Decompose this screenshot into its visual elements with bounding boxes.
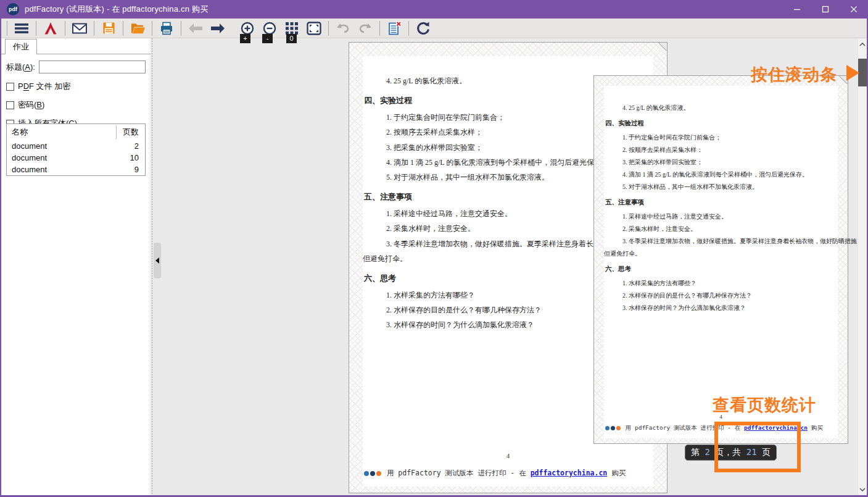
undo-icon xyxy=(336,22,350,35)
column-name[interactable]: 名称 xyxy=(7,127,116,138)
page-text-line: 1. 采样途中经过马路，注意交通安全。 xyxy=(604,213,838,220)
zoom-level-button[interactable]: 0 xyxy=(282,20,302,37)
page-text-line: 1. 于约定集合时间在学院门前集合； xyxy=(604,134,838,141)
maximize-icon xyxy=(822,6,829,13)
menu-button[interactable] xyxy=(12,20,31,37)
column-pages[interactable]: 页数 xyxy=(117,127,145,138)
section-heading: 六、思考 xyxy=(605,265,838,274)
page-text-line: 1. 水样采集的方法有哪些？ xyxy=(604,280,838,286)
minimize-icon xyxy=(793,6,801,13)
window-title: pdfFactory (试用版本) - 在 pdffactorychina.cn… xyxy=(25,4,208,15)
main-area: 作业 标题(A): PDF 文件 加密 密码(B) 插入所有字体(C) 名称 xyxy=(1,38,867,495)
document-name: document xyxy=(7,153,120,162)
save-button[interactable] xyxy=(99,20,118,37)
toolbar: + - 0 xyxy=(1,19,867,38)
delete-job-button[interactable] xyxy=(384,20,404,37)
footer-dot-icon xyxy=(605,426,610,430)
minimize-button[interactable] xyxy=(783,0,811,19)
document-row[interactable]: document9 xyxy=(7,164,145,175)
save-floppy-icon xyxy=(102,21,116,35)
annotation-arrow-icon xyxy=(846,65,859,81)
annotation-highlight-rect xyxy=(714,422,801,472)
chevron-up-icon xyxy=(859,43,866,46)
current-page: 2 xyxy=(705,447,709,457)
forward-button[interactable] xyxy=(208,20,228,37)
zoom-out-button[interactable]: - xyxy=(260,20,279,37)
hamburger-menu-icon xyxy=(14,22,30,35)
trial-footer: 用 pdfFactory 测试版本 进行打印 - 在 pdffactorychi… xyxy=(364,469,626,478)
document-row[interactable]: document2 xyxy=(7,140,145,152)
document-name: document xyxy=(7,165,120,174)
page-text-line: 4. 25 g/L 的氯化汞溶液。 xyxy=(604,104,838,111)
title-bar[interactable]: pdf pdfFactory (试用版本) - 在 pdffactorychin… xyxy=(0,0,868,19)
chevron-down-icon xyxy=(859,488,866,491)
title-input[interactable] xyxy=(39,61,146,73)
close-button[interactable] xyxy=(840,0,868,19)
redo-icon xyxy=(358,22,373,35)
zoom-in-button[interactable]: + xyxy=(238,20,257,37)
acrobat-pdf-icon xyxy=(43,21,58,36)
maximize-button[interactable] xyxy=(811,0,840,19)
refresh-button[interactable] xyxy=(413,20,433,37)
page-text-line: 2. 水样保存的目的是什么？有哪几种保存方法？ xyxy=(604,292,838,299)
tab-strip: 作业 xyxy=(1,38,151,54)
panel-divider xyxy=(152,38,152,495)
tab-job[interactable]: 作业 xyxy=(5,39,37,54)
page-text-line: 3. 冬季采样注意增加衣物，做好保暖措施。夏季采样注意身着长袖衣物，做好防晒措施… xyxy=(604,238,838,244)
zoom-in-badge: + xyxy=(240,34,250,43)
email-button[interactable] xyxy=(70,20,89,37)
document-pages: 9 xyxy=(120,165,145,174)
password-checkbox-label: 密码(B) xyxy=(18,99,44,111)
page-text-line: 2. 按顺序去采样点采集水样； xyxy=(604,146,838,153)
page-text-line: 2. 采集水样时，注意安全。 xyxy=(604,225,838,232)
acrobat-button[interactable] xyxy=(41,20,60,37)
document-pages: 2 xyxy=(120,141,145,151)
footer-dot-icon xyxy=(364,471,369,476)
scroll-down-button[interactable] xyxy=(858,485,867,494)
page-text-line: 但避免打伞。 xyxy=(604,250,838,257)
job-panel: 作业 标题(A): PDF 文件 加密 密码(B) 插入所有字体(C) 名称 xyxy=(1,38,151,495)
page-text-line: 3. 把采集的水样带回实验室； xyxy=(604,159,838,165)
document-row[interactable]: document10 xyxy=(7,152,145,164)
vertical-scrollbar[interactable] xyxy=(858,38,867,495)
collapse-left-icon xyxy=(155,257,159,264)
app-window: pdf pdfFactory (试用版本) - 在 pdffactorychin… xyxy=(0,0,868,497)
folder-open-icon xyxy=(130,22,146,35)
printer-icon xyxy=(159,21,174,36)
footer-link: pdffactorychina.cn xyxy=(531,469,608,477)
document-list: 名称 页数 document2document10document9 xyxy=(6,123,146,176)
section-heading: 五、注意事项 xyxy=(605,198,838,207)
annotation-view-page-stats: 查看页数统计 xyxy=(713,394,816,416)
document-list-header: 名称 页数 xyxy=(7,124,145,140)
footer-dot-icon xyxy=(611,426,615,430)
page-corner-fold xyxy=(659,43,667,51)
grid-icon xyxy=(285,22,299,35)
encrypt-checkbox-label: PDF 文件 加密 xyxy=(18,81,70,92)
page-text-line: 4. 滴加 1 滴 25 g/L 的氯化汞溶液到每个采样桶中，混匀后避光保存。 xyxy=(604,171,838,178)
fit-page-button[interactable] xyxy=(304,20,324,37)
back-button[interactable] xyxy=(186,20,205,37)
document-name: document xyxy=(7,141,120,151)
undo-button[interactable] xyxy=(333,20,353,37)
redo-button[interactable] xyxy=(355,20,375,37)
refresh-icon xyxy=(416,21,431,36)
encrypt-checkbox[interactable] xyxy=(6,83,14,91)
open-button[interactable] xyxy=(128,20,147,37)
footer-dot-icon xyxy=(370,471,375,476)
document-delete-icon xyxy=(387,21,402,36)
password-checkbox[interactable] xyxy=(6,101,14,109)
footer-dot-icon xyxy=(376,471,381,476)
scroll-up-button[interactable] xyxy=(858,40,867,49)
section-heading: 四、实验过程 xyxy=(605,119,838,128)
pdf-page-overlay: 4. 25 g/L 的氯化汞溶液。四、实验过程1. 于约定集合时间在学院门前集合… xyxy=(593,75,848,444)
page-number: 4 xyxy=(363,452,653,459)
scrollbar-thumb[interactable] xyxy=(858,59,867,86)
title-label: 标题(A): xyxy=(6,62,35,73)
page-body: 4. 25 g/L 的氯化汞溶液。四、实验过程1. 于约定集合时间在学院门前集合… xyxy=(604,86,838,311)
panel-collapse-handle[interactable] xyxy=(154,243,161,278)
close-icon xyxy=(850,6,858,13)
zoom-out-badge: - xyxy=(262,34,273,43)
print-button[interactable] xyxy=(157,20,176,37)
envelope-icon xyxy=(72,22,88,35)
fit-screen-icon xyxy=(307,22,321,35)
